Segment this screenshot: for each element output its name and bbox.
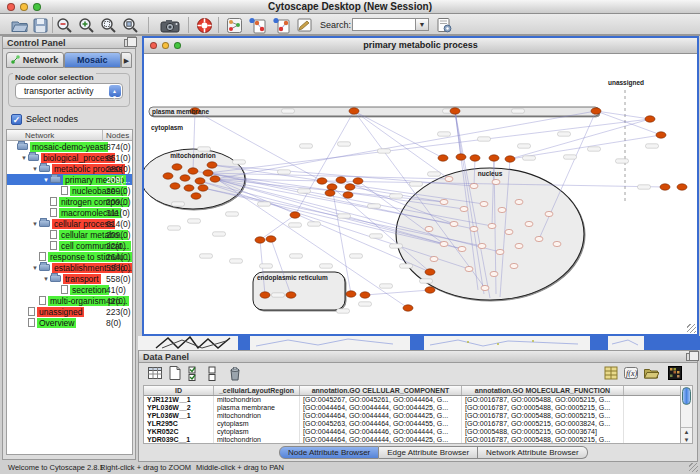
float-panel-icon[interactable] [124,39,132,47]
table-cell[interactable] [624,396,682,404]
vizmapper-icon-2[interactable] [272,17,291,34]
tree-row[interactable]: ▼transport558(0) [7,273,132,284]
selected-network-node[interactable] [425,269,435,275]
selected-network-node[interactable] [403,305,413,311]
network-node[interactable] [470,226,478,231]
network-node[interactable] [535,236,543,241]
selected-network-node[interactable] [260,292,270,298]
selected-network-node[interactable] [645,116,655,122]
unselect-attributes-icon[interactable] [205,365,221,381]
search-dropdown-icon[interactable]: ▼ [416,18,429,31]
network-node[interactable] [488,223,496,228]
float-data-panel-icon[interactable] [686,353,694,361]
matrix-icon[interactable] [603,365,619,381]
table-cell[interactable]: [GO:0045263, GO:0044464, GO:0044455, G..… [300,420,462,428]
table-cell[interactable]: [GO:0016787, GO:0005488, GO:0005215, G..… [462,436,624,444]
tree-expand-icon[interactable]: ▼ [20,155,28,161]
select-nodes-checkbox[interactable]: ✓ [11,114,22,125]
tree-expand-icon[interactable]: ▼ [31,166,39,172]
selected-network-node[interactable] [425,287,435,293]
table-cell[interactable]: [GO:0016787, GO:0005215, GO:0003824, G..… [462,420,624,428]
network-window-titlebar[interactable]: primary metabolic process [144,38,697,54]
selected-network-node[interactable] [255,237,265,243]
zoom-selected-icon[interactable] [100,17,117,34]
selected-network-node[interactable] [660,184,670,190]
table-cell[interactable]: YJR121W__1 [144,396,214,404]
tree-expand-icon[interactable]: ▼ [31,265,39,271]
tab-mosaic[interactable]: Mosaic [64,52,122,68]
network-node[interactable] [515,199,523,204]
table-vertical-scrollbar[interactable]: ▲▼ [680,385,693,444]
network-node[interactable] [505,229,513,234]
table-cell[interactable]: [GO:0005488, GO:0005215, GO:0003674] [462,428,624,436]
network-node[interactable] [450,221,458,226]
network-node[interactable] [460,206,468,211]
heatmap-icon[interactable] [667,365,683,381]
column-header[interactable]: _cellularLayoutRegion [214,386,300,395]
table-cell[interactable]: cytoplasm [214,420,300,428]
tree-row[interactable]: nitrogen compo...209(0) [7,196,132,207]
scrollbar-arrows[interactable]: ▲▼ [681,427,692,443]
selected-network-node[interactable] [203,170,213,176]
table-cell[interactable]: [GO:0044464, GO:0044446, GO:0044444, G..… [300,428,462,436]
new-attribute-icon[interactable] [167,365,183,381]
selected-network-node[interactable] [489,155,499,161]
import-attributes-icon[interactable] [643,365,659,381]
selected-network-node[interactable] [505,156,515,162]
network-node[interactable] [440,199,448,204]
network-node[interactable] [525,221,533,226]
tree-col-nodes[interactable]: Nodes [106,131,129,140]
app-resize-grip[interactable] [689,463,698,472]
tab-edge-attribute-browser[interactable]: Edge Attribute Browser [379,446,478,459]
table-cell[interactable]: YPL036W__1 [144,412,214,420]
tree-row[interactable]: ▼establishment of lo...558(0) [7,262,132,273]
tree-col-divider[interactable] [102,130,103,141]
network-canvas[interactable]: plasma membranecytoplasmmitochondrionnuc… [144,54,697,334]
tree-expand-icon[interactable]: ▼ [42,276,50,282]
window-resize-grip[interactable] [687,324,696,333]
search-settings-icon[interactable] [436,17,453,34]
selected-network-node[interactable] [195,178,205,184]
zoom-out-icon[interactable] [56,17,73,34]
table-row[interactable]: YDR039C__1mitochondrion[GO:0044464, GO:0… [144,436,682,444]
network-node[interactable] [515,243,523,248]
selected-network-node[interactable] [180,175,190,181]
tree-row[interactable]: mosaic-demo-yeast874(0) [7,141,132,152]
table-cell[interactable]: [GO:0044464, GO:0044444, GO:0044425, G..… [300,404,462,412]
selected-network-node[interactable] [290,212,300,218]
table-cell[interactable]: [GO:0044464, GO:0044444, GO:0044425, G..… [300,436,462,444]
table-cell[interactable]: mitochondrion [214,412,300,420]
table-row[interactable]: YKR052Ccytoplasm[GO:0044464, GO:0044446,… [144,428,682,436]
zoom-fit-icon[interactable] [122,17,139,34]
save-icon[interactable] [32,17,49,34]
selected-network-node[interactable] [677,184,687,190]
network-node[interactable] [490,271,498,276]
network-node[interactable] [465,266,473,271]
selected-network-node[interactable] [343,192,353,198]
vizmapper-icon-1[interactable] [248,17,267,34]
tree-col-network[interactable]: Network [25,131,54,140]
selected-network-node[interactable] [438,155,448,161]
tree-row[interactable]: Overview8(0) [7,317,132,328]
network-node[interactable] [425,226,433,231]
table-cell[interactable]: [GO:0045267, GO:0045261, GO:0044464, G..… [300,396,462,404]
zoom-in-icon[interactable] [78,17,95,34]
network-node[interactable] [496,249,504,254]
tree-row[interactable]: unassigned223(0) [7,306,132,317]
tree-row[interactable]: macromolecule311(0) [7,207,132,218]
selected-network-node[interactable] [317,178,327,184]
selected-network-node[interactable] [353,178,363,184]
table-cell[interactable] [624,412,682,420]
scrollbar-thumb[interactable] [682,387,691,405]
tab-network[interactable]: Network [6,52,64,68]
table-cell[interactable] [624,428,682,436]
selected-network-node[interactable] [656,132,666,138]
table-cell[interactable] [624,436,682,444]
column-header[interactable] [624,386,682,395]
network-node[interactable] [545,211,553,216]
tree-row[interactable]: ▼biological_process651(0) [7,152,132,163]
snapshot-icon[interactable] [160,17,180,34]
network-node[interactable] [440,241,448,246]
table-cell[interactable]: YPL036W__2 [144,404,214,412]
network-node[interactable] [445,176,453,181]
